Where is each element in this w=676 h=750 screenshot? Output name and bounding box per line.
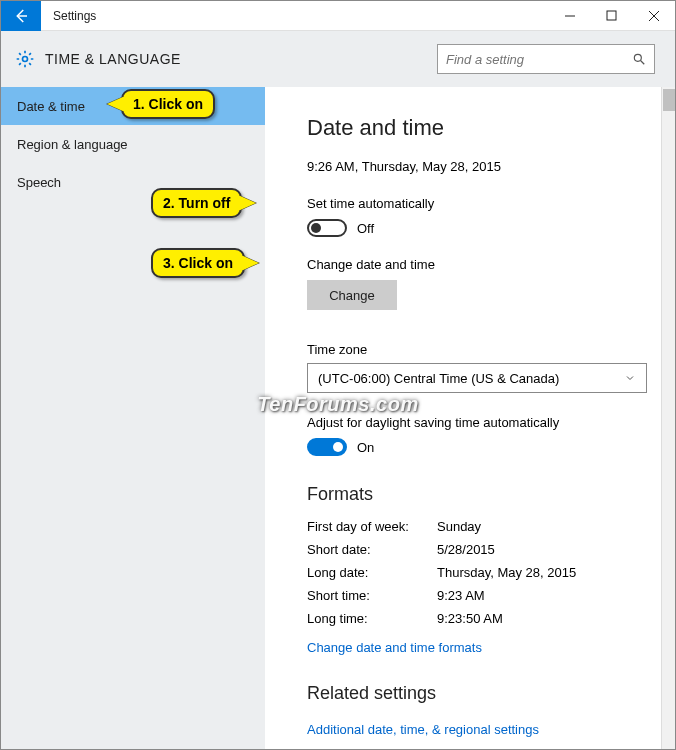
maximize-icon <box>606 10 618 22</box>
maximize-button[interactable] <box>591 1 633 31</box>
window-title: Settings <box>53 9 549 23</box>
svg-point-5 <box>634 54 641 61</box>
close-icon <box>648 10 660 22</box>
search-icon <box>632 52 646 66</box>
page-heading: Date and time <box>307 115 655 141</box>
timezone-select[interactable]: (UTC-06:00) Central Time (US & Canada) <box>307 363 647 393</box>
chevron-down-icon <box>624 372 636 384</box>
callout-1: 1. Click on <box>121 89 215 119</box>
formats-row: First day of week:Sunday <box>307 519 655 534</box>
header-row: TIME & LANGUAGE <box>1 31 675 87</box>
dst-toggle[interactable] <box>307 438 347 456</box>
arrow-left-icon <box>12 7 30 25</box>
sidebar-item-region-language[interactable]: Region & language <box>1 125 265 163</box>
dst-state: On <box>357 440 374 455</box>
content-pane: Date and time 9:26 AM, Thursday, May 28,… <box>265 87 675 750</box>
formats-row: Short time:9:23 AM <box>307 588 655 603</box>
back-button[interactable] <box>1 1 41 31</box>
sidebar-item-label: Speech <box>17 175 61 190</box>
section-title: TIME & LANGUAGE <box>45 51 437 67</box>
dst-toggle-row: On <box>307 438 655 456</box>
search-input[interactable] <box>446 52 632 67</box>
close-button[interactable] <box>633 1 675 31</box>
timezone-label: Time zone <box>307 342 655 357</box>
scrollbar-thumb[interactable] <box>663 89 675 111</box>
callout-3: 3. Click on <box>151 248 245 278</box>
formats-row: Long date:Thursday, May 28, 2015 <box>307 565 655 580</box>
formats-table: First day of week:Sunday Short date:5/28… <box>307 519 655 626</box>
callout-2: 2. Turn off <box>151 188 242 218</box>
body: Date & time Region & language Speech Dat… <box>1 87 675 750</box>
watermark: TenForums.com <box>257 393 418 416</box>
related-link-regional[interactable]: Additional date, time, & regional settin… <box>307 722 655 737</box>
related-heading: Related settings <box>307 683 655 704</box>
formats-row: Long time:9:23:50 AM <box>307 611 655 626</box>
change-dt-label: Change date and time <box>307 257 655 272</box>
auto-time-label: Set time automatically <box>307 196 655 211</box>
gear-icon <box>15 49 35 69</box>
auto-time-toggle-row: Off <box>307 219 655 237</box>
minimize-icon <box>564 10 576 22</box>
window-controls <box>549 1 675 31</box>
dst-label: Adjust for daylight saving time automati… <box>307 415 655 430</box>
current-datetime: 9:26 AM, Thursday, May 28, 2015 <box>307 159 655 174</box>
vertical-scrollbar[interactable] <box>661 87 675 750</box>
formats-link[interactable]: Change date and time formats <box>307 640 655 655</box>
timezone-value: (UTC-06:00) Central Time (US & Canada) <box>318 371 559 386</box>
sidebar-item-label: Date & time <box>17 99 85 114</box>
svg-point-4 <box>23 57 28 62</box>
auto-time-state: Off <box>357 221 374 236</box>
search-box[interactable] <box>437 44 655 74</box>
change-button[interactable]: Change <box>307 280 397 310</box>
auto-time-toggle[interactable] <box>307 219 347 237</box>
minimize-button[interactable] <box>549 1 591 31</box>
svg-line-6 <box>641 61 645 65</box>
sidebar-item-label: Region & language <box>17 137 128 152</box>
sidebar: Date & time Region & language Speech <box>1 87 265 750</box>
svg-rect-1 <box>607 11 616 20</box>
title-bar: Settings <box>1 1 675 31</box>
formats-heading: Formats <box>307 484 655 505</box>
formats-row: Short date:5/28/2015 <box>307 542 655 557</box>
